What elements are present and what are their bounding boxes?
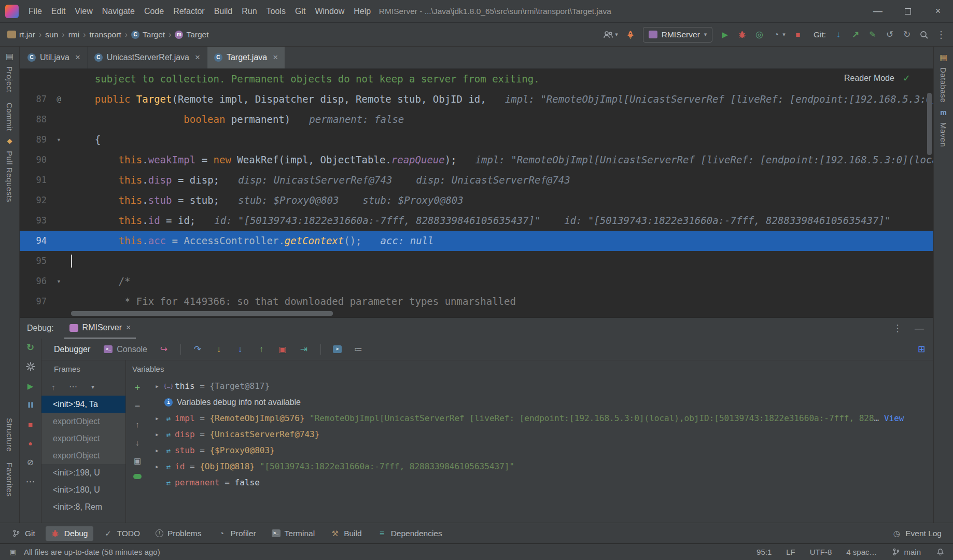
stop-square-icon[interactable]: ■: [26, 419, 35, 429]
hide-panel-icon[interactable]: —: [915, 323, 924, 334]
menu-help[interactable]: Help: [349, 4, 375, 19]
event-log-button[interactable]: ◷ Event Log: [887, 526, 947, 541]
tool-window-button-dependencies[interactable]: ≡Dependencies: [372, 526, 447, 541]
expand-chevron-icon[interactable]: ▸: [152, 414, 162, 422]
watch-badge-icon[interactable]: [133, 474, 142, 479]
expand-chevron-icon[interactable]: ▸: [152, 430, 162, 438]
line-number[interactable]: 91: [20, 170, 47, 190]
add-watch-icon[interactable]: +: [133, 383, 142, 393]
bookmark-icon[interactable]: ◆: [5, 136, 15, 146]
line-number[interactable]: 95: [20, 251, 47, 271]
debug-tab-console[interactable]: >_Console: [104, 345, 147, 354]
view-link[interactable]: View: [884, 413, 904, 423]
breadcrumb-item-rmi[interactable]: rmi: [68, 30, 80, 39]
tab-close-icon[interactable]: ×: [273, 52, 278, 63]
variable-row-disp[interactable]: ▸⇄disp = {UnicastServerRef@743}: [149, 426, 933, 442]
remove-watch-icon[interactable]: −: [133, 401, 142, 411]
tool-window-button-terminal[interactable]: >_Terminal: [267, 526, 320, 541]
code-text[interactable]: this.weakImpl = new WeakRef(impl, Object…: [71, 150, 933, 170]
frame-row[interactable]: <init>:180, U: [41, 481, 125, 498]
tool-stripe-maven[interactable]: Maven: [939, 122, 948, 147]
tool-window-button-profiler[interactable]: ◔Profiler: [212, 526, 261, 541]
tool-stripe-structure[interactable]: Structure: [5, 418, 14, 452]
fold-icon[interactable]: ▾: [47, 271, 71, 291]
menu-run[interactable]: Run: [237, 4, 261, 19]
line-number[interactable]: 97: [20, 291, 47, 312]
tab-util-java[interactable]: CUtil.java×: [21, 47, 88, 68]
debug-bug-button[interactable]: [737, 30, 747, 39]
project-monitor-icon[interactable]: ▤: [5, 52, 15, 61]
tool-stripe-commit[interactable]: Commit: [5, 103, 14, 131]
menu-view[interactable]: View: [70, 4, 97, 19]
expand-chevron-icon[interactable]: ▸: [152, 382, 162, 390]
menu-code[interactable]: Code: [139, 4, 169, 19]
coverage-button[interactable]: ◎: [754, 30, 764, 39]
menu-git[interactable]: Git: [290, 4, 310, 19]
code-text[interactable]: * Fix for 4149366: so that downloaded pa…: [71, 291, 933, 312]
menu-navigate[interactable]: Navigate: [97, 4, 139, 19]
tool-stripe-pull-requests[interactable]: Pull Requests: [5, 151, 14, 202]
force-step-into-icon[interactable]: ↓: [235, 345, 245, 354]
frame-row[interactable]: <init>:198, U: [41, 464, 125, 481]
tab-close-icon[interactable]: ×: [195, 52, 200, 63]
frame-row[interactable]: <init>:94, Ta: [41, 396, 125, 413]
menu-window[interactable]: Window: [310, 4, 349, 19]
filter-icon[interactable]: ▾: [88, 382, 97, 391]
frame-row[interactable]: <init>:8, Rem: [41, 498, 125, 515]
show-execution-point-icon[interactable]: ↪: [159, 345, 169, 354]
code-text[interactable]: subject to collection. Permanent objects…: [71, 69, 933, 89]
line-number[interactable]: 94: [20, 231, 47, 251]
fold-icon[interactable]: ▾: [47, 130, 71, 150]
step-into-icon[interactable]: ↓: [214, 345, 223, 354]
mute-breakpoints-icon[interactable]: ⊘: [26, 458, 35, 467]
more-horizontal-icon[interactable]: ⋯: [26, 477, 35, 486]
maximize-button[interactable]: [893, 0, 923, 22]
run-to-cursor-icon[interactable]: ⇥: [299, 345, 309, 354]
code-text[interactable]: boolean permanent)permanent: false: [71, 109, 933, 130]
menu-edit[interactable]: Edit: [47, 4, 71, 19]
line-number[interactable]: 90: [20, 150, 47, 170]
tool-window-button-git[interactable]: Git: [6, 526, 40, 541]
step-over-icon[interactable]: ↷: [193, 345, 202, 354]
search-button[interactable]: [919, 30, 929, 39]
menu-tools[interactable]: Tools: [262, 4, 290, 19]
tool-window-button-problems[interactable]: !Problems: [150, 526, 206, 541]
more-vertical-button[interactable]: ⋮: [936, 30, 946, 39]
editor[interactable]: subject to collection. Permanent objects…: [20, 69, 933, 317]
resume-icon[interactable]: ▶: [26, 381, 35, 390]
variable-row-id[interactable]: ▸⇄id = {ObjID@818} "[50139743:1822e31660…: [149, 458, 933, 474]
caret-position-widget[interactable]: 95:1: [756, 548, 772, 556]
line-separator-widget[interactable]: LF: [786, 548, 795, 556]
pause-icon[interactable]: [26, 400, 35, 410]
git-branch-widget[interactable]: main: [891, 548, 921, 557]
history-button[interactable]: ↺: [885, 30, 894, 39]
more-vertical-icon[interactable]: ⋮: [893, 323, 902, 334]
variable-row-info[interactable]: iVariables debug info not available: [149, 394, 933, 410]
settings-list-icon[interactable]: ≔: [354, 345, 363, 354]
stop-button[interactable]: ■: [793, 30, 803, 39]
variable-row-stub[interactable]: ▸⇄stub = {$Proxy0@803}: [149, 442, 933, 458]
minimize-button[interactable]: —: [863, 0, 893, 22]
step-out-icon[interactable]: ↑: [257, 345, 266, 354]
git-update-button[interactable]: ↓: [834, 30, 843, 39]
run-button[interactable]: ▶: [720, 30, 730, 39]
git-push-button[interactable]: ↗: [851, 30, 860, 39]
evaluate-expression-icon[interactable]: >: [333, 345, 342, 353]
tool-window-button-build[interactable]: ⚒Build: [325, 526, 367, 541]
rocket-button[interactable]: [626, 30, 635, 39]
breadcrumb-item-rt-jar[interactable]: rt.jar: [7, 30, 35, 39]
tool-window-button-todo[interactable]: ✓TODO: [99, 526, 146, 541]
code-text[interactable]: public Target(Remote impl, Dispatcher di…: [71, 89, 933, 109]
vertical-scrollbar[interactable]: [927, 93, 932, 155]
layout-settings-icon[interactable]: ⊞: [917, 344, 926, 354]
run-configuration-select[interactable]: RMIServer▾: [643, 27, 713, 43]
tool-stripe-database[interactable]: Database: [939, 67, 948, 103]
encoding-widget[interactable]: UTF-8: [810, 548, 832, 556]
close-button[interactable]: ×: [923, 0, 953, 22]
rerun-icon[interactable]: ↻: [26, 343, 35, 352]
code-text[interactable]: this.stub = stub;stub: $Proxy0@803 stub:…: [71, 190, 933, 211]
code-text[interactable]: this.disp = disp;disp: UnicastServerRef@…: [71, 170, 933, 190]
database-grid-icon[interactable]: ▦: [939, 53, 948, 62]
line-number[interactable]: 89: [20, 130, 47, 150]
line-number[interactable]: 88: [20, 109, 47, 130]
